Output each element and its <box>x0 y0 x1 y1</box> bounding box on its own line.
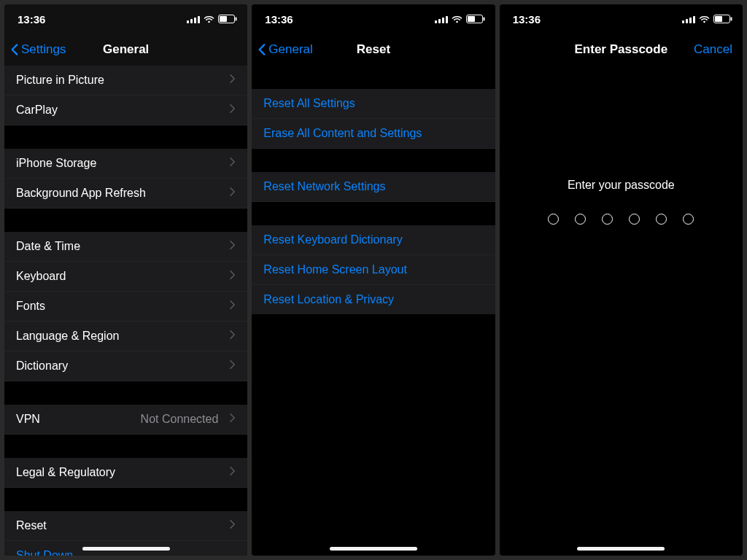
back-button[interactable]: Settings <box>9 34 66 66</box>
battery-icon <box>466 15 485 23</box>
setting-carplay[interactable]: CarPlay <box>4 96 247 125</box>
page-title: Enter Passcode <box>575 42 668 57</box>
reset-all-settings[interactable]: Reset All Settings <box>252 89 495 119</box>
wifi-icon <box>204 15 214 23</box>
group-gap <box>4 381 247 405</box>
setting-label: Legal & Regulatory <box>16 466 115 479</box>
chevron-right-icon <box>228 184 237 202</box>
chevron-right-icon <box>228 268 237 285</box>
reset-list: Reset All Settings Erase All Content and… <box>252 66 495 556</box>
status-icons <box>682 15 732 23</box>
setting-label: Picture in Picture <box>16 74 104 87</box>
reset-network-settings[interactable]: Reset Network Settings <box>252 172 495 202</box>
group-gap <box>252 202 495 225</box>
chevron-left-icon <box>9 42 20 57</box>
setting-date-time[interactable]: Date & Time <box>4 232 247 262</box>
back-button[interactable]: General <box>256 34 312 66</box>
screen-general: 13:36 Settings General Picture in Pictur… <box>4 4 247 556</box>
passcode-dot <box>683 214 694 225</box>
passcode-area: Enter your passcode <box>500 66 743 556</box>
reset-keyboard-dictionary[interactable]: Reset Keyboard Dictionary <box>252 225 495 255</box>
passcode-dot <box>629 214 640 225</box>
back-label: General <box>268 42 312 57</box>
setting-label: Reset Location & Privacy <box>263 293 394 306</box>
chevron-right-icon <box>228 464 237 481</box>
setting-vpn[interactable]: VPN Not Connected <box>4 405 247 435</box>
group-gap <box>4 488 247 511</box>
home-indicator[interactable] <box>82 547 170 551</box>
screen-passcode: 13:36 Enter Passcode Cancel Enter your p… <box>500 4 743 556</box>
passcode-dot <box>602 214 613 225</box>
back-label: Settings <box>21 42 66 57</box>
status-time: 13:36 <box>265 13 293 26</box>
page-title: General <box>103 42 149 57</box>
signal-icon <box>682 15 695 23</box>
setting-label: Language & Region <box>16 330 119 343</box>
setting-label: Reset <box>16 519 47 532</box>
setting-label: Dictionary <box>16 359 68 373</box>
setting-fonts[interactable]: Fonts <box>4 292 247 322</box>
setting-label: Erase All Content and Settings <box>263 127 422 140</box>
setting-label: CarPlay <box>16 104 58 117</box>
chevron-right-icon <box>228 327 237 345</box>
setting-label: VPN <box>16 413 40 426</box>
signal-icon <box>187 15 200 23</box>
group-gap <box>4 209 247 232</box>
nav-bar: Settings General <box>4 34 247 66</box>
setting-language-region[interactable]: Language & Region <box>4 322 247 351</box>
group-gap <box>252 66 495 89</box>
passcode-dots[interactable] <box>548 214 694 225</box>
group-gap <box>4 125 247 149</box>
status-time: 13:36 <box>18 13 45 26</box>
status-bar: 13:36 <box>500 4 743 34</box>
setting-label: Background App Refresh <box>16 187 146 200</box>
passcode-prompt: Enter your passcode <box>568 179 675 192</box>
cancel-button[interactable]: Cancel <box>694 34 732 66</box>
setting-label: Reset Keyboard Dictionary <box>263 233 402 246</box>
setting-label: Date & Time <box>16 240 80 253</box>
setting-label: Keyboard <box>16 270 66 283</box>
erase-all-content[interactable]: Erase All Content and Settings <box>252 119 495 149</box>
setting-reset[interactable]: Reset <box>4 511 247 541</box>
setting-label: Shut Down <box>16 549 73 556</box>
cancel-label: Cancel <box>694 42 732 57</box>
setting-picture-in-picture[interactable]: Picture in Picture <box>4 66 247 96</box>
chevron-left-icon <box>256 42 267 57</box>
passcode-dot <box>656 214 667 225</box>
chevron-right-icon <box>228 411 237 428</box>
setting-keyboard[interactable]: Keyboard <box>4 262 247 292</box>
chevron-right-icon <box>228 155 237 172</box>
status-time: 13:36 <box>513 13 541 26</box>
setting-label: Reset Network Settings <box>263 180 385 193</box>
setting-label: Reset All Settings <box>263 97 355 110</box>
battery-icon <box>713 15 732 23</box>
home-indicator[interactable] <box>577 547 665 551</box>
chevron-right-icon <box>228 71 237 89</box>
status-icons <box>187 15 237 23</box>
setting-iphone-storage[interactable]: iPhone Storage <box>4 149 247 179</box>
group-gap <box>252 149 495 172</box>
settings-list: Picture in Picture CarPlay iPhone Storag… <box>4 66 247 556</box>
group-gap <box>4 435 247 458</box>
home-indicator[interactable] <box>330 547 417 551</box>
status-icons <box>435 15 485 23</box>
status-bar: 13:36 <box>4 4 247 34</box>
status-bar: 13:36 <box>252 4 495 34</box>
nav-bar: Enter Passcode Cancel <box>500 34 743 66</box>
passcode-dot <box>575 214 586 225</box>
setting-background-app-refresh[interactable]: Background App Refresh <box>4 179 247 209</box>
reset-home-screen-layout[interactable]: Reset Home Screen Layout <box>252 255 495 285</box>
setting-label: Reset Home Screen Layout <box>263 263 407 276</box>
setting-label: iPhone Storage <box>16 157 96 170</box>
setting-legal-regulatory[interactable]: Legal & Regulatory <box>4 458 247 488</box>
passcode-dot <box>548 214 559 225</box>
battery-icon <box>218 15 237 23</box>
setting-label: Fonts <box>16 300 45 313</box>
wifi-icon <box>452 15 462 23</box>
setting-value: Not Connected <box>141 413 222 426</box>
reset-location-privacy[interactable]: Reset Location & Privacy <box>252 285 495 314</box>
nav-bar: General Reset <box>252 34 495 66</box>
chevron-right-icon <box>228 517 237 534</box>
chevron-right-icon <box>228 101 237 119</box>
setting-dictionary[interactable]: Dictionary <box>4 351 247 381</box>
